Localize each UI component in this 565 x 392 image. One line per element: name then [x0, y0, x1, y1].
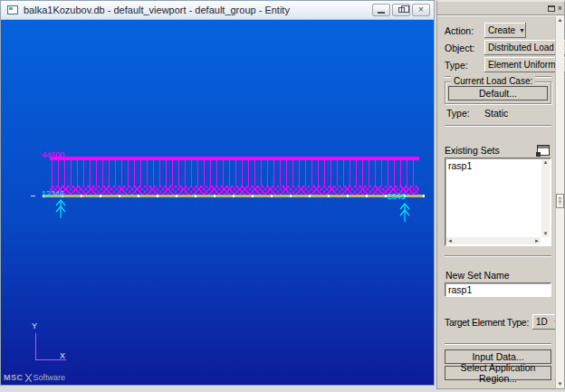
x-axis-label: X [60, 351, 65, 360]
object-dropdown[interactable]: Distributed Load ▼ [484, 40, 565, 55]
action-label: Action: [445, 25, 484, 36]
distributed-load-arrowheads [50, 186, 419, 195]
minimize-icon [378, 12, 385, 14]
right-support-dof-label: 2345 [388, 192, 406, 201]
type-dropdown[interactable]: Element Uniform ▼ [484, 57, 565, 72]
logo-software-text: Software [34, 373, 66, 382]
logo-msc-text: MSC [4, 373, 24, 382]
distributed-load-vectors [52, 160, 417, 186]
node-marker [31, 196, 35, 196]
scroll-up-icon[interactable]: ▲ [556, 17, 564, 24]
type-label: Type: [445, 60, 484, 71]
scroll-down-icon[interactable]: ▼ [543, 231, 549, 237]
type-value: Element Uniform [488, 60, 555, 70]
panel-scrollbar[interactable]: ▲ ▼ [555, 16, 564, 388]
load-case-type-label: Type: [446, 108, 484, 121]
graphics-viewport[interactable]: 44600. 12345 2345 Y X MSC Software [1, 20, 434, 385]
panel-close-icon[interactable]: × [558, 5, 562, 13]
target-element-type-label: Target Element Type: [445, 317, 529, 328]
new-set-name-input[interactable] [445, 282, 551, 297]
current-load-case-title: Current Load Case: [451, 76, 535, 86]
new-set-name-label: New Set Name [445, 270, 551, 281]
scroll-down-icon[interactable]: ▼ [556, 381, 564, 387]
listbox-vertical-scrollbar[interactable]: ▲ ▼ [541, 159, 550, 237]
scrollbar-thumb[interactable] [556, 194, 564, 208]
object-value: Distributed Load [488, 43, 554, 53]
window-title: balka1Kozubov.db - default_viewport - de… [24, 5, 290, 15]
y-axis-line [35, 333, 36, 360]
minimize-button[interactable] [372, 4, 390, 16]
loads-bcs-form: × Action: Create ▼ Object: Distributed L… [436, 0, 565, 389]
default-load-case-button[interactable]: Default... [448, 86, 548, 100]
left-support-icon [53, 197, 68, 219]
panel-dock-icon[interactable] [548, 5, 555, 12]
logo-x-icon [24, 374, 33, 382]
existing-sets-label: Existing Sets [445, 145, 500, 156]
action-dropdown[interactable]: Create ▼ [484, 23, 526, 38]
panel-titlebar[interactable]: × [437, 2, 564, 15]
close-button[interactable]: × [412, 4, 430, 16]
titlebar[interactable]: balka1Kozubov.db - default_viewport - de… [1, 1, 434, 20]
restore-icon [398, 7, 405, 13]
scroll-right-icon[interactable]: ► [534, 238, 540, 244]
load-case-type-value: Static [484, 108, 508, 121]
listbox-horizontal-scrollbar[interactable]: ◄ ► [446, 237, 541, 244]
target-element-type-value: 1D [536, 317, 550, 327]
y-axis-label: Y [32, 321, 37, 330]
list-item[interactable]: rasp1 [445, 158, 551, 171]
viewport-window: balka1Kozubov.db - default_viewport - de… [0, 0, 435, 386]
app-icon [7, 5, 18, 14]
restore-button[interactable] [392, 4, 410, 16]
separator [445, 255, 551, 257]
separator [445, 343, 551, 345]
beam-elements [43, 195, 425, 197]
separator [445, 125, 551, 127]
load-value-label: 44600. [42, 150, 67, 159]
scroll-left-icon[interactable]: ◄ [447, 238, 453, 244]
chevron-down-icon: ▼ [519, 27, 525, 33]
current-load-case-group: Current Load Case: Default... [445, 81, 551, 104]
right-support-icon [397, 201, 412, 223]
object-label: Object: [445, 43, 484, 53]
existing-sets-listbox[interactable]: rasp1 ▲ ▼ ◄ ► [445, 158, 551, 246]
scroll-up-icon[interactable]: ▲ [543, 159, 549, 166]
msc-software-logo: MSC Software [4, 373, 65, 382]
action-value: Create [488, 25, 515, 35]
close-icon: × [418, 5, 424, 14]
sets-display-icon[interactable] [537, 145, 550, 156]
select-application-region-button[interactable]: Select Application Region... [445, 366, 551, 380]
